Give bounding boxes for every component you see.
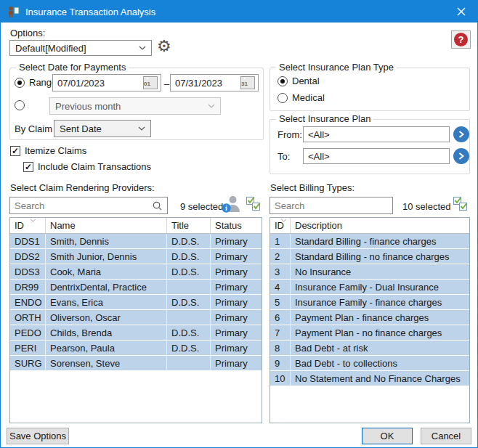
dental-radio-label: Dental [292, 76, 320, 86]
table-row[interactable]: ENDOEvans, EricaD.D.S.Primary [10, 295, 262, 310]
table-cell [167, 310, 211, 325]
billing-search-box[interactable] [270, 197, 393, 214]
sort-icon [280, 219, 287, 222]
billing-table: ID Description 1Standard Billing - finan… [270, 217, 470, 423]
date-range-dash: – [164, 78, 169, 89]
table-cell: D.D.S. [167, 295, 211, 309]
plan-to-field[interactable]: <All> [303, 148, 450, 164]
table-row[interactable]: 5Insurance Family - finance charges [270, 295, 469, 310]
table-cell: Bad Debt - to collections [291, 356, 469, 370]
help-icon: ? [454, 33, 468, 46]
table-cell: ORTH [10, 310, 46, 325]
plan-group-title: Select Insurance Plan [276, 113, 373, 124]
close-button[interactable] [445, 1, 477, 23]
medical-radio[interactable] [278, 93, 288, 103]
search-icon [152, 200, 163, 211]
table-cell: Payment Plan - no finance charges [291, 325, 469, 340]
table-cell: No Statement and No Finance Charges [291, 371, 469, 386]
help-button[interactable]: ? [451, 30, 471, 49]
date-preset-value: Previous month [55, 101, 121, 112]
table-row[interactable]: 2Standard Billing - no finance charges [270, 249, 469, 264]
table-row[interactable]: PEDOChilds, BrendaD.D.S.Primary [10, 325, 262, 341]
table-cell: 7 [270, 325, 291, 340]
date-from-field[interactable]: 07/01/2023 01 [52, 74, 161, 91]
itemize-claims-checkbox[interactable]: ✓ [10, 146, 20, 156]
save-options-button[interactable]: Save Options [7, 428, 69, 444]
table-cell: 10 [270, 371, 291, 386]
table-cell: 3 [270, 264, 291, 279]
billing-header-description[interactable]: Description [291, 218, 469, 233]
plan-to-value: <All> [308, 151, 445, 162]
chevron-right-icon [458, 131, 464, 138]
chevron-down-icon [138, 126, 145, 131]
table-cell: Primary [211, 325, 262, 340]
plan-to-label: To: [278, 151, 290, 162]
table-row[interactable]: 3No Insurance [270, 264, 469, 280]
table-row[interactable]: ORTHOliverson, OscarPrimary [10, 310, 262, 325]
date-to-field[interactable]: 07/31/2023 31 [170, 74, 259, 91]
table-row[interactable]: 1Standard Billing - finance charges [270, 234, 469, 249]
options-dropdown[interactable]: Default[Modified] [9, 40, 152, 56]
table-row[interactable]: PERIPearson, PaulaD.D.S.Primary [10, 341, 262, 356]
include-claim-transactions-checkbox[interactable]: ✓ [23, 162, 33, 172]
table-cell: Smith, Dennis [46, 234, 167, 248]
table-cell: Childs, Brenda [46, 325, 167, 340]
plan-from-label: From: [278, 129, 302, 140]
providers-select-all-icon[interactable] [246, 196, 262, 212]
date-to-value: 07/31/2023 [175, 78, 240, 89]
app-icon [7, 5, 20, 18]
calendar-to-icon[interactable]: 31 [240, 76, 255, 89]
table-row[interactable]: DDS3Cook, MariaD.D.S.Primary [10, 264, 262, 280]
table-row[interactable]: 7Payment Plan - no finance charges [270, 325, 469, 341]
table-row[interactable]: DR99DentrixDental, PracticePrimary [10, 280, 262, 295]
table-cell: SURG [10, 356, 46, 370]
table-cell: DentrixDental, Practice [46, 280, 167, 294]
range-radio[interactable] [15, 78, 25, 88]
providers-selected-count: 9 selected [180, 201, 223, 212]
table-cell: D.D.S. [167, 341, 211, 355]
options-dropdown-value: Default[Modified] [15, 43, 86, 54]
billing-table-header: ID Description [270, 218, 469, 234]
providers-search-box[interactable] [9, 197, 168, 214]
svg-text:i: i [225, 204, 227, 212]
providers-header-title[interactable]: Title [167, 218, 211, 233]
cancel-button[interactable]: Cancel [421, 428, 471, 444]
table-row[interactable]: 9Bad Debt - to collections [270, 356, 469, 371]
plan-from-picker-button[interactable] [453, 126, 469, 142]
table-cell: 2 [270, 249, 291, 264]
providers-header-id[interactable]: ID [10, 218, 46, 233]
table-row[interactable]: DDS2Smith Junior, DennisD.D.S.Primary [10, 249, 262, 264]
provider-info-icon[interactable]: i [221, 194, 241, 214]
providers-table: ID Name Title Status DDS1Smith, DennisD.… [9, 217, 262, 423]
table-cell: 8 [270, 341, 291, 355]
table-cell: DDS3 [10, 264, 46, 279]
billing-selected-count: 10 selected [402, 201, 451, 212]
sort-icon [30, 219, 36, 222]
calendar-from-icon[interactable]: 01 [143, 76, 158, 89]
plan-from-field[interactable]: <All> [303, 126, 450, 142]
table-row[interactable]: DDS1Smith, DennisD.D.S.Primary [10, 234, 262, 249]
providers-header-name[interactable]: Name [46, 218, 167, 233]
table-row[interactable]: SURGSorensen, StevePrimary [10, 356, 262, 371]
providers-table-body: DDS1Smith, DennisD.D.S.PrimaryDDS2Smith … [10, 234, 262, 371]
preset-date-radio[interactable] [15, 100, 25, 110]
ok-button[interactable]: OK [362, 428, 413, 444]
providers-search-input[interactable] [15, 200, 152, 211]
date-preset-dropdown[interactable]: Previous month [49, 97, 221, 115]
table-row[interactable]: 10No Statement and No Finance Charges [270, 371, 469, 386]
table-row[interactable]: 6Payment Plan - finance charges [270, 310, 469, 325]
billing-search-input[interactable] [275, 200, 402, 211]
itemize-claims-label: Itemize Claims [25, 145, 86, 156]
billing-select-all-icon[interactable] [453, 196, 469, 212]
date-from-value: 07/01/2023 [57, 78, 143, 89]
table-row[interactable]: 8Bad Debt - at risk [270, 341, 469, 356]
gear-icon[interactable]: ⚙ [157, 38, 171, 54]
plan-to-picker-button[interactable] [453, 148, 469, 164]
dental-radio[interactable] [278, 76, 288, 86]
table-cell: Primary [211, 310, 262, 325]
providers-header-status[interactable]: Status [211, 218, 262, 233]
plan-from-value: <All> [308, 129, 445, 140]
table-row[interactable]: 4Insurance Family - Dual Insurance [270, 280, 469, 295]
billing-header-id[interactable]: ID [270, 218, 291, 233]
by-claim-dropdown[interactable]: Sent Date [54, 120, 151, 137]
